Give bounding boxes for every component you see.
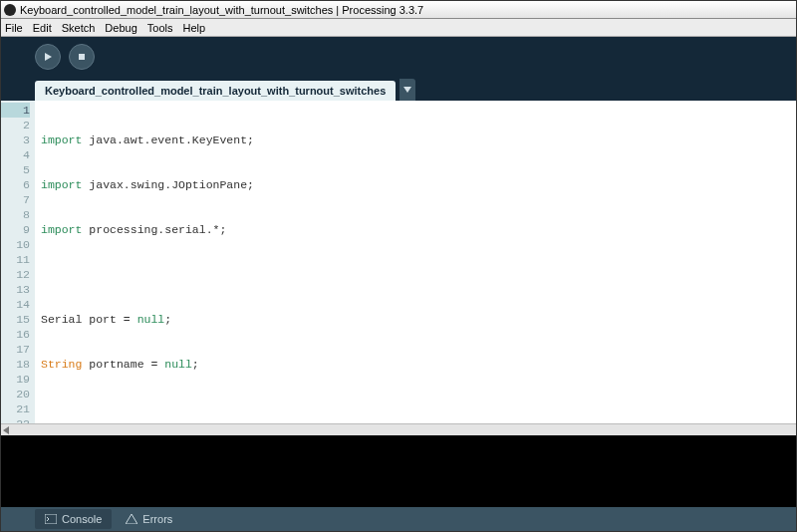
chevron-down-icon [403,87,411,93]
svg-rect-1 [79,54,85,60]
line-number: 14 [1,297,30,312]
svg-marker-5 [126,514,137,524]
errors-tab[interactable]: Errors [116,509,182,529]
console-tab[interactable]: Console [35,509,112,529]
line-number: 8 [1,207,30,222]
console-output [1,435,796,507]
line-number: 16 [1,327,30,342]
line-number: 9 [1,222,30,237]
line-number: 22 [1,416,30,423]
line-number: 7 [1,192,30,207]
line-number: 1 [1,103,30,118]
window-titlebar: Keyboard_controlled_model_train_layout_w… [1,1,796,19]
svg-marker-0 [45,53,52,61]
sketch-tab[interactable]: Keyboard_controlled_model_train_layout_w… [35,81,396,101]
stop-icon [77,52,87,62]
errors-tab-label: Errors [142,513,172,525]
bottom-tab-bar: Console Errors [1,507,796,531]
line-number: 11 [1,252,30,267]
code-area[interactable]: import java.awt.event.KeyEvent; import j… [35,101,796,423]
warning-icon [126,514,137,524]
scroll-left-arrow-icon[interactable] [1,424,11,436]
horizontal-scrollbar[interactable] [1,423,796,435]
menu-help[interactable]: Help [182,22,205,34]
menu-bar: File Edit Sketch Debug Tools Help [1,19,796,37]
console-icon [45,514,57,524]
menu-sketch[interactable]: Sketch [62,22,96,34]
toolbar [1,37,796,77]
line-number: 18 [1,357,30,372]
line-number: 15 [1,312,30,327]
menu-tools[interactable]: Tools [147,22,173,34]
svg-rect-4 [45,514,57,524]
menu-edit[interactable]: Edit [33,22,52,34]
svg-marker-3 [3,426,9,434]
line-number: 20 [1,387,30,401]
run-button[interactable] [35,44,61,70]
processing-app-icon [4,4,16,16]
line-number: 5 [1,162,30,177]
menu-debug[interactable]: Debug [105,22,136,34]
line-number: 6 [1,177,30,192]
console-tab-label: Console [62,513,102,525]
line-number: 2 [1,118,30,133]
line-number: 13 [1,282,30,297]
stop-button[interactable] [69,44,95,70]
line-number: 10 [1,237,30,252]
tab-dropdown-button[interactable] [399,79,415,101]
line-number: 4 [1,147,30,162]
line-number: 17 [1,342,30,357]
svg-marker-2 [403,87,411,93]
play-icon [43,52,53,62]
line-number: 21 [1,401,30,416]
line-number: 12 [1,267,30,282]
window-title: Keyboard_controlled_model_train_layout_w… [20,4,423,16]
line-number-gutter: 1234567891011121314151617181920212223242… [1,101,35,423]
tab-bar: Keyboard_controlled_model_train_layout_w… [1,77,796,101]
menu-file[interactable]: File [5,22,23,34]
line-number: 19 [1,372,30,387]
code-editor[interactable]: 1234567891011121314151617181920212223242… [1,101,796,423]
line-number: 3 [1,133,30,147]
